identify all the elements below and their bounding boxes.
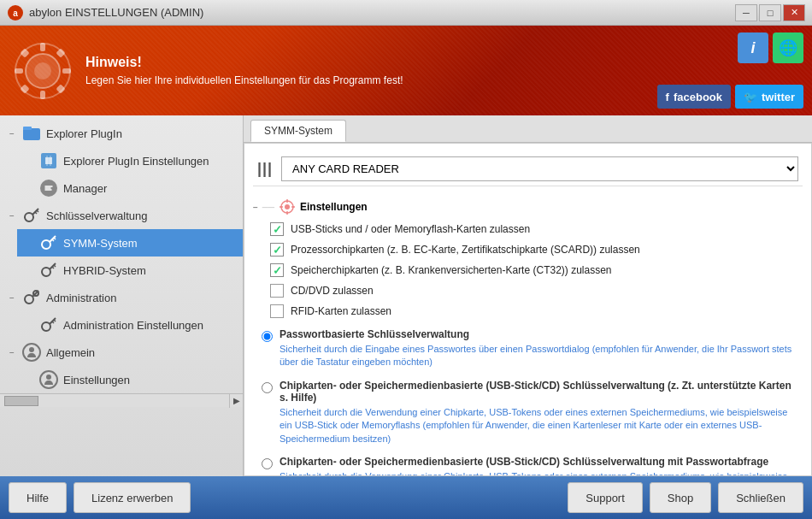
header-social: f facebook 🐦 twitter [657, 85, 803, 109]
radio-passwort[interactable] [262, 331, 273, 342]
content-panel: ||| ANY CARD READER − ── [244, 143, 812, 476]
sidebar-sub-administration: Administration Einstellungen [0, 311, 243, 339]
radio-content-passwort: Passwortbasierte Schlüsselverwaltung Sic… [279, 328, 794, 369]
radio-content-chipkarte1: Chipkarten- oder Speichermedienbasierte … [279, 380, 794, 445]
sidebar-label-einstellungen: Einstellungen [63, 374, 236, 386]
info-button[interactable]: i [738, 32, 768, 63]
expand-icon: − [7, 211, 17, 221]
folder-icon [21, 123, 42, 144]
settings-label-processor: Prozessorchipkarten (z. B. EC-Karte, Zer… [291, 244, 640, 256]
right-panel: SYMM-System ||| ANY CARD READER − ── [244, 115, 812, 476]
admin-settings-icon [38, 315, 59, 335]
settings-item-rfid: RFID-Karten zulassen [253, 301, 803, 321]
sidebar-item-manager[interactable]: Manager [17, 174, 243, 202]
twitter-label: twitter [762, 91, 795, 103]
twitter-button[interactable]: 🐦 twitter [735, 85, 803, 109]
svg-rect-14 [23, 127, 32, 130]
checkbox-rfid[interactable] [270, 304, 284, 318]
header-hint: Hinweis! [85, 55, 403, 70]
radio-chipkarte2[interactable] [262, 458, 273, 469]
sidebar-item-administration-settings[interactable]: Administration Einstellungen [17, 311, 243, 339]
sidebar-sub-allgemein: Einstellungen [0, 366, 243, 393]
sidebar-label-schlusselverwaltung: Schlüsselverwaltung [46, 209, 236, 222]
sidebar-label-hybrid: HYBRID-System [63, 264, 236, 277]
sidebar-hscroll-right[interactable]: ▶ [229, 394, 243, 408]
radio-desc-chipkarte1: Sicherheit durch die Verwendung einer Ch… [279, 406, 794, 445]
schliessen-button[interactable]: Schließen [718, 482, 803, 513]
maximize-button[interactable]: □ [759, 4, 781, 21]
radio-content-chipkarte2: Chipkarten- oder Speichermedienbasierte … [279, 456, 794, 476]
symm-icon [38, 233, 59, 253]
tab-symm-system[interactable]: SYMM-System [250, 120, 346, 142]
allgemein-icon [21, 342, 42, 363]
settings-label-cddvd: CD/DVD zulassen [291, 285, 374, 297]
sidebar-item-schlusselverwaltung-group[interactable]: − Schlüsselverwaltung [0, 202, 243, 229]
radio-title-chipkarte2: Chipkarten- oder Speichermedienbasierte … [279, 456, 794, 468]
sidebar-label-administration: Administration [46, 292, 236, 304]
svg-text:a: a [13, 9, 18, 18]
sidebar-sub-explorer: Explorer PlugIn Einstellungen Manager [0, 147, 243, 202]
radio-option-chipkarte2: Chipkarten- oder Speichermedienbasierte … [262, 456, 794, 476]
radio-title-passwort: Passwortbasierte Schlüsselverwaltung [279, 328, 794, 340]
sidebar-item-explorer-plugin-group[interactable]: − Explorer PlugIn [0, 120, 243, 147]
settings-group[interactable]: − ── Einstellungen [253, 195, 803, 219]
facebook-button[interactable]: f facebook [657, 85, 731, 109]
card-reader-select[interactable]: ANY CARD READER [281, 156, 798, 181]
svg-point-26 [46, 375, 51, 380]
radio-option-passwort: Passwortbasierte Schlüsselverwaltung Sic… [262, 328, 794, 369]
expand-icon: − [7, 348, 17, 357]
checkbox-cddvd[interactable] [270, 284, 284, 298]
title-bar: a abylon EINSTELLUNGEN (ADMIN) ─ □ ✕ [0, 0, 812, 26]
svg-rect-11 [20, 84, 29, 93]
settings-tree-line: ── [262, 203, 274, 212]
svg-rect-31 [279, 206, 283, 208]
settings-item-speicher: Speicherchipkarten (z. B. Krankenversich… [253, 260, 803, 280]
sidebar-item-hybrid-system[interactable]: HYBRID-System [17, 257, 243, 284]
checkbox-speicher[interactable] [270, 263, 284, 277]
sidebar-label-explorer-settings: Explorer PlugIn Einstellungen [63, 155, 236, 168]
shop-button[interactable]: Shop [650, 482, 711, 513]
radio-desc-passwort: Sicherheit durch die Eingabe eines Passw… [279, 343, 794, 369]
admin-icon [21, 287, 42, 308]
checkbox-processor[interactable] [270, 243, 284, 257]
settings-label-rfid: RFID-Karten zulassen [291, 305, 391, 317]
header: Hinweis! Legen Sie hier Ihre individuell… [0, 26, 812, 115]
settings-tree: − ── Einstellungen USB-Sticks und / oder [253, 195, 803, 321]
sidebar: − Explorer PlugIn Explorer PlugIn Einste… [0, 115, 244, 476]
sidebar-item-allgemein-group[interactable]: − Allgemein [0, 339, 243, 366]
checkbox-usb[interactable] [270, 222, 284, 236]
sidebar-item-einstellungen[interactable]: Einstellungen [17, 366, 243, 393]
sidebar-item-symm-system[interactable]: SYMM-System [17, 229, 243, 257]
close-button[interactable]: ✕ [783, 4, 805, 21]
support-button[interactable]: Support [568, 482, 643, 513]
sidebar-item-administration-group[interactable]: − Administration [0, 284, 243, 311]
settings-item-processor: Prozessorchipkarten (z. B. EC-Karte, Zer… [253, 239, 803, 260]
card-reader-bar: ||| ANY CARD READER [253, 152, 803, 186]
radio-section: Passwortbasierte Schlüsselverwaltung Sic… [253, 321, 803, 476]
svg-rect-7 [15, 68, 23, 74]
bottom-bar: Hilfe Lizenz erwerben Support Shop Schli… [0, 476, 812, 519]
card-reader-icon: ||| [257, 160, 273, 178]
globe-button[interactable]: 🌐 [773, 32, 803, 63]
twitter-icon: 🐦 [744, 91, 757, 103]
sidebar-label-admin-settings: Administration Einstellungen [63, 319, 236, 332]
header-icons: i 🌐 [738, 32, 803, 63]
minimize-button[interactable]: ─ [735, 4, 757, 21]
svg-point-28 [285, 204, 290, 209]
sidebar-label-explorer-plugin: Explorer PlugIn [46, 127, 236, 140]
app-icon: a [7, 4, 24, 21]
expand-icon: − [7, 129, 17, 139]
lizenz-button[interactable]: Lizenz erwerben [74, 482, 191, 513]
sidebar-sub-schlusselverwaltung: SYMM-System HYBRID-System [0, 229, 243, 284]
facebook-label: facebook [674, 91, 722, 103]
sidebar-item-explorer-plugin-settings[interactable]: Explorer PlugIn Einstellungen [17, 147, 243, 174]
tab-bar: SYMM-System [244, 115, 812, 143]
hybrid-icon [38, 260, 59, 280]
title-bar-controls: ─ □ ✕ [735, 4, 805, 21]
svg-rect-29 [286, 199, 288, 203]
header-text: Hinweis! Legen Sie hier Ihre individuell… [85, 55, 403, 86]
title-bar-left: a abylon EINSTELLUNGEN (ADMIN) [7, 4, 203, 21]
radio-chipkarte1[interactable] [262, 382, 273, 393]
hilfe-button[interactable]: Hilfe [9, 482, 67, 513]
app-title: abylon EINSTELLUNGEN (ADMIN) [29, 6, 203, 19]
